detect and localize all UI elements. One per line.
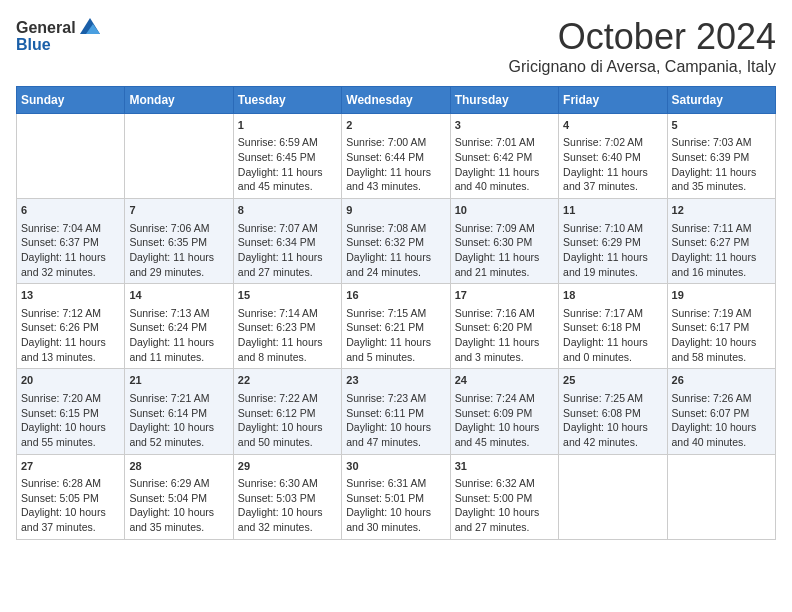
calendar-cell xyxy=(17,114,125,199)
day-number: 31 xyxy=(455,459,554,474)
day-info: Sunrise: 6:32 AM xyxy=(455,476,554,491)
day-info: Sunrise: 7:23 AM xyxy=(346,391,445,406)
day-info: Sunrise: 7:17 AM xyxy=(563,306,662,321)
calendar-cell xyxy=(125,114,233,199)
day-info: Sunset: 5:03 PM xyxy=(238,491,337,506)
day-number: 21 xyxy=(129,373,228,388)
day-info: Daylight: 11 hours and 11 minutes. xyxy=(129,335,228,364)
day-number: 27 xyxy=(21,459,120,474)
day-info: Sunrise: 7:21 AM xyxy=(129,391,228,406)
day-header-saturday: Saturday xyxy=(667,87,775,114)
day-info: Daylight: 11 hours and 43 minutes. xyxy=(346,165,445,194)
calendar-cell: 12Sunrise: 7:11 AMSunset: 6:27 PMDayligh… xyxy=(667,199,775,284)
day-info: Daylight: 10 hours and 27 minutes. xyxy=(455,505,554,534)
logo-general-text: General xyxy=(16,19,76,37)
calendar-cell: 1Sunrise: 6:59 AMSunset: 6:45 PMDaylight… xyxy=(233,114,341,199)
day-info: Sunrise: 7:00 AM xyxy=(346,135,445,150)
calendar-cell: 28Sunrise: 6:29 AMSunset: 5:04 PMDayligh… xyxy=(125,454,233,539)
day-info: Sunrise: 7:24 AM xyxy=(455,391,554,406)
day-info: Sunset: 5:05 PM xyxy=(21,491,120,506)
day-number: 19 xyxy=(672,288,771,303)
day-info: Sunset: 6:11 PM xyxy=(346,406,445,421)
day-info: Daylight: 11 hours and 16 minutes. xyxy=(672,250,771,279)
day-number: 1 xyxy=(238,118,337,133)
header-row: SundayMondayTuesdayWednesdayThursdayFrid… xyxy=(17,87,776,114)
day-info: Sunrise: 7:09 AM xyxy=(455,221,554,236)
day-info: Sunrise: 6:30 AM xyxy=(238,476,337,491)
day-info: Sunset: 5:00 PM xyxy=(455,491,554,506)
day-number: 30 xyxy=(346,459,445,474)
day-info: Sunrise: 7:07 AM xyxy=(238,221,337,236)
day-info: Sunrise: 6:28 AM xyxy=(21,476,120,491)
day-number: 16 xyxy=(346,288,445,303)
day-number: 29 xyxy=(238,459,337,474)
logo-icon xyxy=(78,16,102,40)
day-info: Sunrise: 7:12 AM xyxy=(21,306,120,321)
day-info: Daylight: 11 hours and 45 minutes. xyxy=(238,165,337,194)
day-info: Daylight: 11 hours and 3 minutes. xyxy=(455,335,554,364)
day-info: Sunset: 6:21 PM xyxy=(346,320,445,335)
calendar-cell: 4Sunrise: 7:02 AMSunset: 6:40 PMDaylight… xyxy=(559,114,667,199)
calendar-cell: 20Sunrise: 7:20 AMSunset: 6:15 PMDayligh… xyxy=(17,369,125,454)
day-info: Daylight: 10 hours and 58 minutes. xyxy=(672,335,771,364)
day-info: Daylight: 11 hours and 5 minutes. xyxy=(346,335,445,364)
calendar-cell: 30Sunrise: 6:31 AMSunset: 5:01 PMDayligh… xyxy=(342,454,450,539)
calendar-cell xyxy=(667,454,775,539)
day-number: 26 xyxy=(672,373,771,388)
day-info: Sunset: 6:20 PM xyxy=(455,320,554,335)
day-info: Sunset: 6:44 PM xyxy=(346,150,445,165)
logo: General Blue xyxy=(16,16,102,54)
day-number: 4 xyxy=(563,118,662,133)
calendar-cell: 25Sunrise: 7:25 AMSunset: 6:08 PMDayligh… xyxy=(559,369,667,454)
calendar-cell: 2Sunrise: 7:00 AMSunset: 6:44 PMDaylight… xyxy=(342,114,450,199)
day-number: 9 xyxy=(346,203,445,218)
day-info: Sunrise: 6:31 AM xyxy=(346,476,445,491)
day-number: 10 xyxy=(455,203,554,218)
day-info: Daylight: 11 hours and 19 minutes. xyxy=(563,250,662,279)
day-info: Sunset: 6:37 PM xyxy=(21,235,120,250)
page-header: General Blue October 2024 Gricignano di … xyxy=(16,16,776,76)
month-title: October 2024 xyxy=(509,16,776,58)
day-info: Sunset: 6:23 PM xyxy=(238,320,337,335)
calendar-cell: 6Sunrise: 7:04 AMSunset: 6:37 PMDaylight… xyxy=(17,199,125,284)
day-number: 2 xyxy=(346,118,445,133)
calendar-cell: 21Sunrise: 7:21 AMSunset: 6:14 PMDayligh… xyxy=(125,369,233,454)
calendar-cell: 7Sunrise: 7:06 AMSunset: 6:35 PMDaylight… xyxy=(125,199,233,284)
day-number: 24 xyxy=(455,373,554,388)
day-number: 12 xyxy=(672,203,771,218)
day-info: Sunrise: 7:25 AM xyxy=(563,391,662,406)
day-info: Sunset: 6:32 PM xyxy=(346,235,445,250)
day-info: Sunrise: 7:20 AM xyxy=(21,391,120,406)
calendar-cell: 22Sunrise: 7:22 AMSunset: 6:12 PMDayligh… xyxy=(233,369,341,454)
day-info: Sunset: 6:15 PM xyxy=(21,406,120,421)
calendar-table: SundayMondayTuesdayWednesdayThursdayFrid… xyxy=(16,86,776,540)
day-info: Sunset: 6:35 PM xyxy=(129,235,228,250)
location-title: Gricignano di Aversa, Campania, Italy xyxy=(509,58,776,76)
day-info: Daylight: 10 hours and 30 minutes. xyxy=(346,505,445,534)
day-info: Sunrise: 7:14 AM xyxy=(238,306,337,321)
calendar-cell: 15Sunrise: 7:14 AMSunset: 6:23 PMDayligh… xyxy=(233,284,341,369)
day-number: 6 xyxy=(21,203,120,218)
day-info: Sunset: 6:18 PM xyxy=(563,320,662,335)
calendar-cell: 9Sunrise: 7:08 AMSunset: 6:32 PMDaylight… xyxy=(342,199,450,284)
day-info: Sunrise: 7:06 AM xyxy=(129,221,228,236)
day-info: Sunset: 6:29 PM xyxy=(563,235,662,250)
day-number: 5 xyxy=(672,118,771,133)
day-info: Sunset: 6:40 PM xyxy=(563,150,662,165)
calendar-cell: 31Sunrise: 6:32 AMSunset: 5:00 PMDayligh… xyxy=(450,454,558,539)
day-info: Sunset: 6:14 PM xyxy=(129,406,228,421)
day-info: Daylight: 11 hours and 27 minutes. xyxy=(238,250,337,279)
day-info: Daylight: 10 hours and 42 minutes. xyxy=(563,420,662,449)
day-info: Sunrise: 7:02 AM xyxy=(563,135,662,150)
day-info: Daylight: 11 hours and 0 minutes. xyxy=(563,335,662,364)
day-info: Sunrise: 7:19 AM xyxy=(672,306,771,321)
day-info: Sunset: 6:45 PM xyxy=(238,150,337,165)
day-info: Daylight: 10 hours and 47 minutes. xyxy=(346,420,445,449)
day-number: 15 xyxy=(238,288,337,303)
calendar-cell: 17Sunrise: 7:16 AMSunset: 6:20 PMDayligh… xyxy=(450,284,558,369)
calendar-week-3: 13Sunrise: 7:12 AMSunset: 6:26 PMDayligh… xyxy=(17,284,776,369)
day-info: Daylight: 11 hours and 37 minutes. xyxy=(563,165,662,194)
day-info: Daylight: 11 hours and 35 minutes. xyxy=(672,165,771,194)
day-number: 8 xyxy=(238,203,337,218)
day-info: Sunset: 5:04 PM xyxy=(129,491,228,506)
